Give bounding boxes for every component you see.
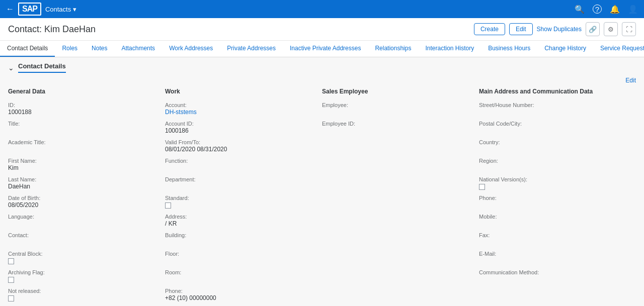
field-building: Building:	[165, 232, 318, 247]
sap-logo: SAP	[18, 3, 41, 16]
section-title: Contact Details	[18, 62, 66, 73]
app-name-nav[interactable]: Contacts ▾	[45, 6, 76, 13]
app-name-arrow-icon: ▾	[73, 6, 76, 13]
field-last-name: Last Name: DaeHan	[8, 176, 161, 191]
tab-inactive-private-addresses[interactable]: Inactive Private Addresses	[283, 41, 368, 57]
standard-checkbox[interactable]	[165, 202, 171, 209]
field-title: Title:	[8, 121, 161, 135]
top-bar: ← SAP Contacts ▾ 🔍 ? 🔔 👤	[0, 0, 644, 18]
tab-notes[interactable]: Notes	[85, 41, 114, 57]
sales-employee-column: Sales Employee Employee: Employee ID:	[322, 86, 479, 306]
not-released-checkbox[interactable]	[8, 295, 14, 301]
fullscreen-icon[interactable]: ⛶	[622, 22, 636, 36]
general-data-title: General Data	[8, 88, 161, 100]
field-work-phone: Phone: +82 (10) 00000000	[165, 288, 318, 302]
sales-employee-title: Sales Employee	[322, 88, 475, 100]
main-content: ⌄ Contact Details Edit General Data ID: …	[0, 57, 644, 306]
app-name-label: Contacts	[45, 6, 71, 13]
settings-icon[interactable]: ⚙	[604, 22, 618, 36]
field-archiving-flag: Archiving Flag:	[8, 269, 161, 284]
tab-contact-details[interactable]: Contact Details	[0, 41, 55, 57]
field-main-phone: Phone:	[479, 195, 632, 210]
work-column: Work Account: DH-ststems Account ID: 100…	[165, 86, 322, 306]
tab-change-history[interactable]: Change History	[537, 41, 593, 57]
field-employee: Employee:	[322, 102, 475, 117]
field-central-block: Central Block:	[8, 251, 161, 265]
field-department: Department:	[165, 176, 318, 191]
field-account-id: Account ID: 1000186	[165, 121, 318, 135]
sub-header: Contact: Kim DaeHan Create Edit Show Dup…	[0, 18, 644, 41]
notifications-icon[interactable]: 🔔	[610, 5, 620, 14]
field-valid-from-to: Valid From/To: 08/01/2020 08/31/2020	[165, 139, 318, 154]
header-actions: Create Edit Show Duplicates 🔗 ⚙ ⛶	[474, 22, 636, 36]
user-icon[interactable]: 👤	[628, 5, 638, 14]
main-address-title: Main Address and Communication Data	[479, 88, 632, 100]
national-versions-checkbox[interactable]	[479, 184, 485, 190]
tab-relationships[interactable]: Relationships	[368, 41, 418, 57]
field-contact: Contact:	[8, 232, 161, 247]
top-bar-left: ← SAP Contacts ▾	[6, 3, 76, 16]
tab-interaction-history[interactable]: Interaction History	[418, 41, 481, 57]
show-duplicates-button[interactable]: Show Duplicates	[537, 26, 582, 33]
help-icon[interactable]: ?	[593, 5, 602, 14]
section-toggle-icon[interactable]: ⌄	[8, 64, 14, 72]
tab-private-addresses[interactable]: Private Addresses	[220, 41, 283, 57]
work-title: Work	[165, 88, 318, 100]
central-block-checkbox[interactable]	[8, 258, 14, 264]
field-first-name: First Name: Kim	[8, 158, 161, 172]
page-title: Contact: Kim DaeHan	[8, 24, 96, 35]
search-icon[interactable]: 🔍	[575, 5, 585, 14]
archiving-flag-checkbox[interactable]	[8, 277, 14, 283]
section-header: ⌄ Contact Details	[0, 57, 644, 73]
field-main-mobile: Mobile:	[479, 214, 632, 228]
header-icon-buttons: 🔗 ⚙ ⛶	[586, 22, 636, 36]
field-room: Room:	[165, 269, 318, 284]
field-main-fax: Fax:	[479, 232, 632, 247]
field-postal-city: Postal Code/City:	[479, 121, 632, 135]
create-button[interactable]: Create	[474, 23, 505, 35]
tab-bar: Contact Details Roles Notes Attachments …	[0, 41, 644, 57]
field-academic-title: Academic Title:	[8, 139, 161, 154]
data-grid: General Data ID: 1000188 Title: Academic…	[0, 86, 644, 306]
general-data-column: General Data ID: 1000188 Title: Academic…	[8, 86, 165, 306]
field-floor: Floor:	[165, 251, 318, 265]
field-main-email: E-Mail:	[479, 251, 632, 265]
field-communication-method: Communication Method:	[479, 269, 632, 284]
field-employee-id: Employee ID:	[322, 121, 475, 135]
field-account: Account: DH-ststems	[165, 102, 318, 117]
tab-business-hours[interactable]: Business Hours	[481, 41, 537, 57]
tab-attachments[interactable]: Attachments	[114, 41, 162, 57]
tab-service-requests[interactable]: Service Requests	[593, 41, 644, 57]
field-standard: Standard:	[165, 195, 318, 210]
main-address-column: Main Address and Communication Data Stre…	[479, 86, 636, 306]
field-function: Function:	[165, 158, 318, 172]
field-national-versions: National Version(s):	[479, 176, 632, 191]
field-not-released: Not released:	[8, 288, 161, 302]
edit-link[interactable]: Edit	[625, 77, 636, 84]
field-street-house: Street/House Number:	[479, 102, 632, 117]
field-language: Language:	[8, 214, 161, 228]
field-address: Address: / KR	[165, 214, 318, 228]
field-region: Region:	[479, 158, 632, 172]
edit-button[interactable]: Edit	[509, 23, 533, 35]
account-link[interactable]: DH-ststems	[165, 109, 318, 117]
tab-roles[interactable]: Roles	[55, 41, 85, 57]
back-button[interactable]: ←	[6, 5, 14, 14]
edit-link-row: Edit	[0, 73, 644, 86]
field-id: ID: 1000188	[8, 102, 161, 117]
field-date-of-birth: Date of Birth: 08/05/2020	[8, 195, 161, 210]
share-icon[interactable]: 🔗	[586, 22, 600, 36]
tab-work-addresses[interactable]: Work Addresses	[162, 41, 220, 57]
top-bar-right: 🔍 ? 🔔 👤	[575, 5, 638, 14]
field-country: Country:	[479, 139, 632, 154]
